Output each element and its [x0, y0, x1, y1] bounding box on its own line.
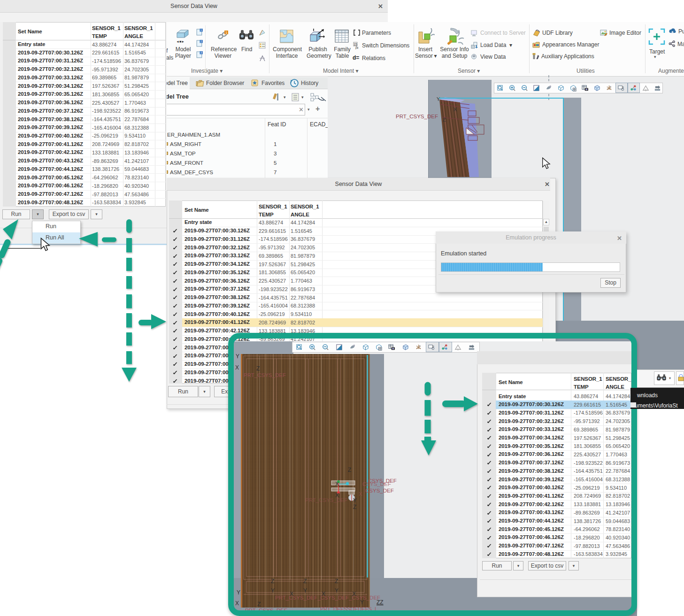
- svg-text:▾: ▾: [284, 95, 286, 100]
- svg-text:1: 1: [200, 29, 202, 31]
- svg-text:fx: fx: [355, 45, 359, 49]
- svg-text:1: 1: [225, 31, 227, 34]
- svg-text:▾: ▾: [301, 95, 304, 100]
- svg-text:Z: Z: [443, 117, 446, 123]
- svg-text:3: 3: [622, 86, 623, 89]
- svg-text:PRT_CSYS_DEF: PRT_CSYS_DEF: [396, 114, 438, 119]
- svg-text:Y: Y: [437, 96, 440, 102]
- svg-text:X: X: [453, 107, 457, 112]
- svg-text:3: 3: [200, 51, 202, 54]
- svg-text:2: 2: [200, 40, 202, 43]
- svg-text:◄■►: ◄■►: [176, 40, 184, 43]
